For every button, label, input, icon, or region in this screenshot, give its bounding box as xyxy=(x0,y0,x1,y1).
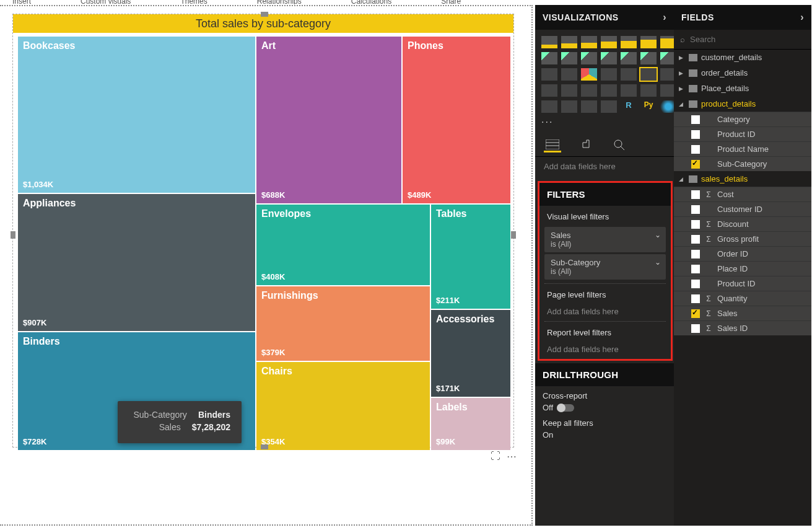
treemap-cell[interactable]: Accessories$171K xyxy=(431,310,510,397)
cross-report-toggle[interactable]: Off xyxy=(543,403,574,412)
field-row[interactable]: Product Name xyxy=(674,141,811,156)
expand-icon[interactable]: ▶ xyxy=(679,70,685,76)
viz-type-icon[interactable] xyxy=(561,68,577,81)
fields-well-tab[interactable] xyxy=(544,138,561,152)
treemap-cell[interactable]: Phones$489K xyxy=(403,37,510,203)
field-row[interactable]: Place ID xyxy=(674,261,811,276)
expand-icon[interactable]: ◢ xyxy=(679,176,685,182)
field-checkbox[interactable] xyxy=(691,265,700,273)
table-row[interactable]: ▶Place_details xyxy=(674,81,811,96)
chevron-right-icon[interactable]: › xyxy=(663,12,666,23)
table-row[interactable]: ◢sales_details xyxy=(674,171,811,187)
table-row[interactable]: ◢product_details xyxy=(674,96,811,112)
field-row[interactable]: Product ID xyxy=(674,276,811,291)
treemap-chart[interactable]: Bookcases$1,034KAppliances$907KBinders$7… xyxy=(18,37,510,451)
field-checkbox[interactable] xyxy=(691,280,700,288)
viz-type-icon[interactable] xyxy=(561,36,577,48)
field-row[interactable]: Customer ID xyxy=(674,201,811,216)
field-checkbox[interactable] xyxy=(691,294,700,303)
treemap-cell[interactable]: Labels$99K xyxy=(431,398,510,450)
field-checkbox[interactable] xyxy=(691,324,700,333)
format-tab[interactable] xyxy=(577,138,595,152)
viz-type-icon[interactable] xyxy=(660,52,674,64)
viz-type-icon[interactable] xyxy=(541,100,557,113)
analytics-tab[interactable] xyxy=(611,138,628,152)
field-checkbox[interactable] xyxy=(691,220,700,229)
field-row[interactable]: ΣCost xyxy=(674,187,811,201)
visualizations-header[interactable]: VISUALIZATIONS› xyxy=(535,5,674,30)
viz-type-icon[interactable] xyxy=(601,100,617,113)
focus-mode-icon[interactable]: ⛶ xyxy=(491,451,500,462)
field-row[interactable]: ΣDiscount xyxy=(674,216,811,231)
viz-type-icon[interactable] xyxy=(621,36,637,48)
viz-type-icon[interactable] xyxy=(561,84,577,97)
field-checkbox[interactable] xyxy=(691,145,700,154)
visual-frame[interactable]: Total sales by sub-category Bookcases$1,… xyxy=(12,14,514,448)
field-row[interactable]: ΣSales ID xyxy=(674,320,811,335)
viz-type-icon[interactable] xyxy=(601,68,617,81)
viz-type-icon[interactable] xyxy=(660,100,674,113)
viz-type-icon[interactable] xyxy=(640,52,657,64)
field-checkbox[interactable] xyxy=(691,205,700,214)
viz-type-icon[interactable] xyxy=(601,52,617,64)
viz-type-icon[interactable] xyxy=(581,100,597,113)
viz-type-icon[interactable] xyxy=(581,36,597,48)
viz-type-icon[interactable] xyxy=(660,68,674,81)
treemap-cell[interactable]: Envelopes$408K xyxy=(256,205,430,285)
resize-handle-left[interactable] xyxy=(11,231,15,239)
viz-type-icon[interactable] xyxy=(660,36,674,48)
viz-type-icon[interactable] xyxy=(621,52,637,64)
treemap-cell[interactable]: Art$688K xyxy=(256,37,401,203)
field-checkbox[interactable] xyxy=(691,309,700,318)
viz-type-icon[interactable] xyxy=(541,68,557,81)
viz-type-icon[interactable] xyxy=(621,84,637,97)
treemap-cell[interactable]: Furnishings$379K xyxy=(256,286,430,361)
expand-icon[interactable]: ▶ xyxy=(679,55,685,61)
resize-handle-top[interactable] xyxy=(261,12,268,17)
table-row[interactable]: ▶customer_details xyxy=(674,50,811,65)
field-row[interactable]: Product ID xyxy=(674,126,811,141)
expand-icon[interactable]: ▶ xyxy=(679,86,685,92)
viz-type-icon[interactable] xyxy=(601,36,617,48)
field-row[interactable]: Order ID xyxy=(674,246,811,261)
treemap-cell[interactable]: Bookcases$1,034K xyxy=(18,37,255,193)
fields-search[interactable]: ⌕ xyxy=(674,30,811,50)
resize-handle-bottom[interactable] xyxy=(261,444,268,449)
viz-type-icon[interactable] xyxy=(640,68,657,81)
expand-icon[interactable]: ◢ xyxy=(679,101,685,107)
treemap-cell[interactable]: Chairs$354K xyxy=(256,362,430,450)
filter-card-subcategory[interactable]: Sub-Category⌄ is (All) xyxy=(544,254,666,280)
field-row[interactable]: Sub-Category xyxy=(674,156,811,171)
viz-type-icon[interactable]: Py xyxy=(640,100,657,113)
treemap-cell[interactable]: Tables$211K xyxy=(431,205,510,309)
field-row[interactable]: ΣQuantity xyxy=(674,291,811,306)
viz-type-icon[interactable] xyxy=(621,68,637,81)
viz-type-icon[interactable] xyxy=(581,68,597,81)
resize-handle-right[interactable] xyxy=(511,231,516,239)
gallery-more-icon[interactable]: ··· xyxy=(535,115,674,133)
viz-type-icon[interactable] xyxy=(541,36,557,48)
more-options-icon[interactable]: ⋯ xyxy=(507,451,517,462)
viz-type-icon[interactable] xyxy=(601,84,617,97)
page-filters-dropzone[interactable]: Add data fields here xyxy=(539,303,671,317)
treemap-cell[interactable]: Appliances$907K xyxy=(18,194,255,331)
viz-type-icon[interactable] xyxy=(561,100,577,113)
table-row[interactable]: ▶order_details xyxy=(674,65,811,81)
viz-type-icon[interactable] xyxy=(640,84,657,97)
search-input[interactable] xyxy=(690,35,783,44)
viz-type-icon[interactable] xyxy=(581,52,597,64)
viz-type-icon[interactable] xyxy=(541,52,557,64)
field-checkbox[interactable] xyxy=(691,160,700,169)
field-checkbox[interactable] xyxy=(691,115,700,124)
field-row[interactable]: ΣSales xyxy=(674,306,811,320)
viz-type-icon[interactable] xyxy=(561,52,577,64)
viz-type-icon[interactable] xyxy=(581,84,597,97)
filter-card-sales[interactable]: Sales⌄ is (All) xyxy=(544,227,666,252)
field-checkbox[interactable] xyxy=(691,250,700,258)
keep-filters-toggle[interactable]: On xyxy=(543,430,553,439)
field-checkbox[interactable] xyxy=(691,130,700,139)
field-row[interactable]: ΣGross profit xyxy=(674,231,811,246)
field-well-hint[interactable]: Add data fields here xyxy=(535,157,674,179)
chevron-down-icon[interactable]: ⌄ xyxy=(655,231,661,239)
viz-type-icon[interactable] xyxy=(660,84,674,97)
